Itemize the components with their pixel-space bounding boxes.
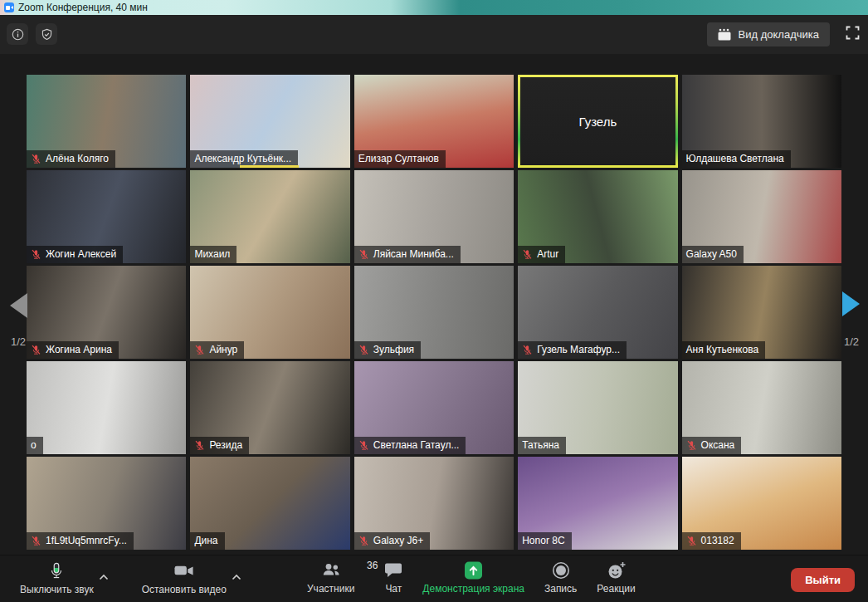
participant-name-badge: Резида <box>190 437 249 454</box>
speaker-view-label: Вид докладчика <box>739 28 819 41</box>
meeting-info-button[interactable] <box>7 23 28 45</box>
participant-name: Artur <box>537 248 558 260</box>
participant-name-badge: Оксана <box>682 437 742 454</box>
next-page-button[interactable] <box>838 291 865 320</box>
participant-tile[interactable]: 1fL9tUq5mnrcFy... <box>27 457 186 550</box>
share-screen-button[interactable]: Демонстрация экрана <box>412 556 534 600</box>
mute-label: Выключить звук <box>20 584 94 595</box>
prev-page-button[interactable] <box>5 292 32 321</box>
participant-tile[interactable]: Galaxy J6+ <box>354 457 514 550</box>
muted-mic-icon <box>358 440 369 451</box>
participant-name: Дина <box>194 535 217 546</box>
participant-tile[interactable]: Татьяна <box>518 361 677 454</box>
participant-name: Айнур <box>209 344 237 355</box>
zoom-app-icon <box>4 2 14 12</box>
participant-tile[interactable]: Алёна Коляго <box>27 75 186 168</box>
muted-mic-icon <box>686 440 697 451</box>
participant-name-badge: Елизар Султанов <box>354 150 446 168</box>
participant-name-badge: o <box>27 437 43 454</box>
participants-icon <box>321 561 341 580</box>
muted-mic-icon <box>522 249 533 260</box>
participant-tile[interactable]: Аня Кутьенкова <box>682 266 841 359</box>
participant-name: Михаил <box>194 248 230 260</box>
participant-name-badge: Ляйсан Миниба... <box>354 246 461 263</box>
reactions-label: Реакции <box>597 583 635 595</box>
chat-icon <box>384 561 402 580</box>
info-icon <box>12 28 24 41</box>
speaker-view-button[interactable]: Вид докладчика <box>707 22 830 46</box>
participant-tile[interactable]: Ляйсан Миниба... <box>354 170 514 263</box>
participants-button[interactable]: 36 Участники <box>297 556 374 600</box>
chat-label: Чат <box>385 583 402 595</box>
participant-tile[interactable]: Александр Кутьёнк... <box>190 75 349 168</box>
participant-tile[interactable]: Айнур <box>190 266 349 359</box>
participant-name-badge: Светлана Гатаул... <box>354 437 466 454</box>
participant-name: Юлдашева Светлана <box>686 153 784 164</box>
participant-tile[interactable]: Светлана Гатаул... <box>354 361 514 454</box>
mute-button[interactable]: Выключить звук <box>10 556 104 600</box>
participant-name: Жогин Алексей <box>46 248 116 260</box>
participant-tile[interactable]: Оксана <box>682 361 841 454</box>
participant-name: Honor 8C <box>522 535 564 546</box>
participant-name-badge: Айнур <box>190 341 244 359</box>
participant-name-badge: 013182 <box>682 532 741 550</box>
participant-tile[interactable]: Жогина Арина <box>27 266 186 359</box>
participant-name-badge: Artur <box>518 246 565 263</box>
participant-tile[interactable]: Михаил <box>190 170 349 263</box>
participant-tile[interactable]: Гузель <box>518 75 677 168</box>
reactions-icon <box>607 561 627 580</box>
participant-tile[interactable]: 013182 <box>682 457 841 550</box>
participant-tile[interactable]: Юлдашева Светлана <box>682 75 841 168</box>
participant-tile[interactable]: Зульфия <box>354 266 514 359</box>
participant-tile[interactable]: o <box>27 361 186 454</box>
participant-name-badge: 1fL9tUq5mnrcFy... <box>27 532 134 550</box>
muted-mic-icon <box>31 154 41 164</box>
participant-name-badge: Михаил <box>190 246 237 263</box>
participant-name: Гузель <box>520 77 675 165</box>
participant-name: Ляйсан Миниба... <box>373 248 454 260</box>
stop-video-button[interactable]: Остановить видео <box>132 556 237 600</box>
participant-name-badge: Юлдашева Светлана <box>682 150 791 168</box>
share-screen-label: Демонстрация экрана <box>422 583 524 595</box>
security-button[interactable] <box>36 23 57 45</box>
share-screen-icon <box>462 561 485 580</box>
record-button[interactable]: Запись <box>534 556 587 600</box>
page-indicator-left: 1/2 <box>2 335 35 348</box>
fullscreen-icon <box>846 26 860 40</box>
participant-tile[interactable]: Резида <box>190 361 349 454</box>
participant-name: Елизар Султанов <box>358 153 439 164</box>
muted-mic-icon <box>194 440 205 451</box>
participant-tile[interactable]: Galaxy A50 <box>682 170 841 263</box>
prev-page-icon <box>7 292 29 319</box>
participant-tile[interactable]: Жогин Алексей <box>27 170 186 263</box>
window-title: Zoom Конференция, 40 мин <box>18 0 148 15</box>
participant-name: Резида <box>209 439 242 451</box>
muted-mic-icon <box>522 345 533 355</box>
top-toolbar: Вид докладчика <box>0 15 868 54</box>
next-page-icon <box>841 291 862 317</box>
participant-name-badge: Зульфия <box>354 341 421 359</box>
participant-name-badge: Galaxy A50 <box>682 246 744 263</box>
participant-name-badge: Honor 8C <box>518 532 571 550</box>
participant-name: Galaxy A50 <box>686 248 737 260</box>
reactions-button[interactable]: Реакции <box>587 556 645 600</box>
participant-tile[interactable]: Дина <box>190 457 349 550</box>
participant-name-badge: Татьяна <box>518 437 566 454</box>
window-titlebar: Zoom Конференция, 40 мин <box>0 0 868 15</box>
muted-mic-icon <box>31 536 41 546</box>
participant-tile[interactable]: Artur <box>518 170 677 263</box>
participant-tile[interactable]: Елизар Султанов <box>354 75 514 168</box>
leave-button[interactable]: Выйти <box>791 568 855 592</box>
participant-tile[interactable]: Honor 8C <box>518 457 677 550</box>
participant-name-badge: Жогин Алексей <box>27 246 123 263</box>
page-indicator-right: 1/2 <box>835 335 868 348</box>
muted-mic-icon <box>358 249 369 260</box>
participant-tile[interactable]: Гузель Магафур... <box>518 266 677 359</box>
fullscreen-button[interactable] <box>846 26 860 42</box>
participant-name: Жогина Арина <box>46 344 112 355</box>
video-grid: Алёна КолягоАлександр Кутьёнк...Елизар С… <box>27 75 841 550</box>
speaking-indicator <box>240 165 299 168</box>
participant-name: Зульфия <box>373 344 414 355</box>
chat-button[interactable]: Чат <box>374 556 412 600</box>
participant-name-badge: Алёна Коляго <box>27 150 115 168</box>
